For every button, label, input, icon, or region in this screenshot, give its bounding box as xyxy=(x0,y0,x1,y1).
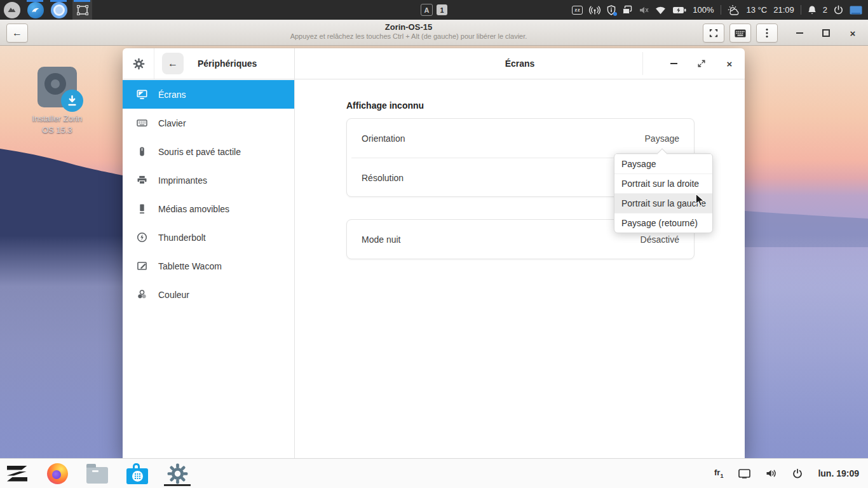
maximize-icon xyxy=(822,29,830,37)
mouse-icon xyxy=(136,146,147,157)
color-icon xyxy=(136,289,147,300)
settings-main-header: Écrans × xyxy=(295,48,745,79)
keyboard-layout-indicator[interactable]: A xyxy=(421,4,433,16)
app-launcher-thunderbird[interactable] xyxy=(25,0,45,20)
taskbar-software[interactable] xyxy=(125,460,149,487)
bell-icon[interactable] xyxy=(808,5,817,15)
header-separator xyxy=(154,48,154,79)
muted-mic-icon[interactable] xyxy=(639,5,649,15)
vm-subtitle: Appuyez et relâchez les touches Ctrl + A… xyxy=(127,32,690,40)
sidebar-item-thunderbolt[interactable]: Thunderbolt xyxy=(123,223,294,252)
removable-media-icon xyxy=(136,203,147,214)
dropdown-option-paysage-retourne[interactable]: Paysage (retourné) xyxy=(614,213,712,233)
weather-icon[interactable] xyxy=(728,4,740,16)
sidebar-item-imprimantes[interactable]: Imprimantes xyxy=(123,166,294,194)
sidebar-item-label: Imprimantes xyxy=(158,175,207,186)
vm-title: Zorin-OS-15 xyxy=(127,22,690,32)
vm-minimize-button[interactable] xyxy=(794,28,804,38)
keyboard-icon xyxy=(735,29,746,37)
section-title: Affichage inconnu xyxy=(346,100,424,111)
settings-close-button[interactable]: × xyxy=(722,56,737,71)
vm-back-button[interactable]: ← xyxy=(6,24,28,43)
vm-maximize-button[interactable] xyxy=(821,28,831,38)
photos-app-icon xyxy=(4,2,20,18)
mouse-cursor xyxy=(695,193,705,207)
sidebar-item-ecrans[interactable]: Écrans xyxy=(123,80,294,109)
volume-tray-icon[interactable] xyxy=(766,469,777,478)
settings-minimize-button[interactable] xyxy=(666,56,681,71)
power-tray-icon[interactable] xyxy=(792,468,803,478)
settings-content: Affichage inconnu Orientation Paysage Ré… xyxy=(295,79,745,459)
top-bar-clock[interactable]: 21:09 xyxy=(773,5,794,15)
back-arrow-icon: ← xyxy=(168,58,178,69)
zorin-menu-button[interactable] xyxy=(5,460,29,487)
sidebar-item-label: Écrans xyxy=(158,90,186,100)
hotspot-icon[interactable] xyxy=(589,5,600,15)
send-keys-button[interactable] xyxy=(729,24,751,43)
taskbar-files[interactable] xyxy=(85,460,109,487)
settings-sidebar: Écrans Clavier Souris et pavé tactile Im… xyxy=(123,79,295,459)
vm-titlebar: ← Zorin-OS-15 Appuyez et relâchez les to… xyxy=(0,20,868,46)
restore-icon xyxy=(697,59,706,68)
vm-close-button[interactable]: × xyxy=(848,28,858,38)
resolution-label: Résolution xyxy=(362,173,403,183)
active-app-indicator xyxy=(164,484,191,486)
sidebar-item-souris[interactable]: Souris et pavé tactile xyxy=(123,137,294,166)
night-mode-value[interactable]: Désactivé xyxy=(641,234,679,245)
taskbar: fr1 lun. 19:09 xyxy=(0,458,868,488)
power-icon[interactable] xyxy=(834,5,843,15)
sidebar-item-label: Thunderbolt xyxy=(158,233,206,243)
keyboard-layout-indicator[interactable]: fr1 xyxy=(714,468,723,479)
top-bar-center-indicators: A 1 xyxy=(421,4,447,16)
installer-drive-icon xyxy=(37,67,77,107)
sidebar-item-clavier[interactable]: Clavier xyxy=(123,109,294,137)
running-indicator xyxy=(74,0,90,2)
sidebar-title: Périphériques xyxy=(198,58,257,69)
virt-manager-app-icon xyxy=(76,4,89,16)
windows-copy-icon[interactable] xyxy=(622,5,632,15)
fullscreen-button[interactable] xyxy=(703,24,724,43)
sidebar-item-medias[interactable]: Médias amovibles xyxy=(123,194,294,223)
taskbar-firefox[interactable] xyxy=(45,460,69,487)
temperature-label[interactable]: 13 °C xyxy=(747,5,768,15)
battery-percent: 100% xyxy=(693,5,714,15)
sidebar-item-label: Tablette Wacom xyxy=(158,261,222,271)
battery-icon[interactable] xyxy=(672,6,686,14)
sidebar-item-label: Souris et pavé tactile xyxy=(158,147,241,157)
menu-button[interactable] xyxy=(756,24,778,43)
sidebar-item-wacom[interactable]: Tablette Wacom xyxy=(123,252,294,280)
settings-gear-icon xyxy=(133,58,145,70)
security-shield-icon[interactable] xyxy=(607,5,616,15)
wacom-tablet-icon xyxy=(136,261,147,271)
workspace-indicator[interactable]: 1 xyxy=(437,4,447,15)
tray-separator xyxy=(721,5,721,15)
printer-icon xyxy=(136,175,147,186)
thunderbolt-icon xyxy=(136,232,147,243)
app-launcher-chromium[interactable] xyxy=(49,0,69,20)
installer-desktop-icon[interactable]: Installer Zorin OS 15.3 xyxy=(27,67,88,135)
installer-label: Installer Zorin OS 15.3 xyxy=(27,113,88,135)
app-launcher-photos[interactable] xyxy=(2,0,22,20)
dropdown-option-portrait-droite[interactable]: Portrait sur la droite xyxy=(614,173,712,193)
keyboard-icon xyxy=(136,118,147,128)
orientation-label: Orientation xyxy=(362,133,405,144)
screen-share-icon[interactable] xyxy=(850,6,862,15)
notification-dot xyxy=(613,12,617,16)
taskbar-settings[interactable] xyxy=(165,460,189,487)
settings-back-button[interactable]: ← xyxy=(162,53,184,74)
taskbar-clock[interactable]: lun. 19:09 xyxy=(818,468,859,478)
wifi-icon[interactable] xyxy=(655,6,666,15)
caffeine-icon[interactable]: zz xyxy=(572,6,583,15)
sidebar-item-label: Couleur xyxy=(158,290,189,300)
orientation-value[interactable]: Paysage xyxy=(645,133,679,144)
kebab-menu-icon xyxy=(766,28,768,38)
app-launcher-virt-manager[interactable] xyxy=(72,0,92,20)
host-top-bar: A 1 zz 100% 13 °C 21:09 xyxy=(0,0,868,20)
system-tray: zz 100% 13 °C 21:09 2 xyxy=(572,4,868,16)
orientation-row[interactable]: Orientation Paysage xyxy=(347,119,694,158)
display-tray-icon[interactable] xyxy=(738,469,750,478)
settings-window: ← Périphériques Écrans × xyxy=(123,48,745,459)
settings-gear-icon xyxy=(167,463,188,484)
sidebar-item-couleur[interactable]: Couleur xyxy=(123,280,294,309)
settings-maximize-button[interactable] xyxy=(694,56,709,71)
